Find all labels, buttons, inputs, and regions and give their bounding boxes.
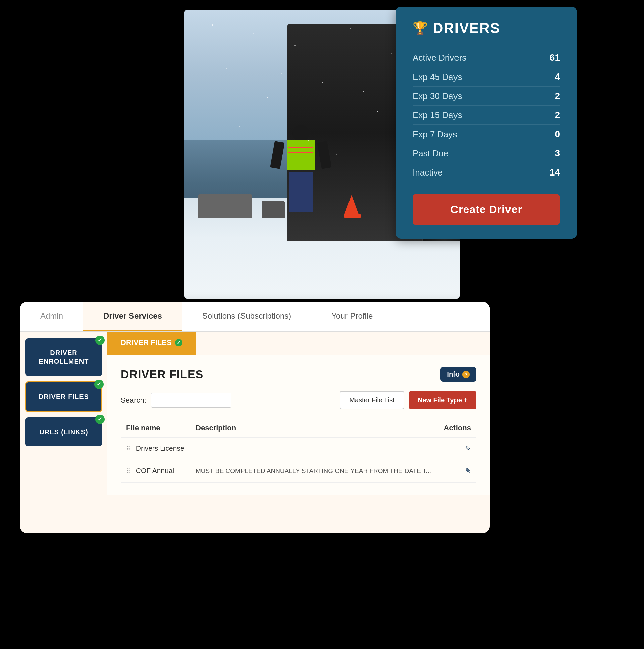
search-label: Search: xyxy=(121,396,146,405)
driver-files-check-dot: ✓ xyxy=(175,339,182,346)
drivers-stats: Active Drivers 61 Exp 45 Days 4 Exp 30 D… xyxy=(413,48,560,182)
table-row: ⠿ COF Annual MUST BE COMPLETED ANNUALLY … xyxy=(121,460,476,483)
stat-label-exp30: Exp 30 Days xyxy=(413,91,462,101)
tab-admin[interactable]: Admin xyxy=(20,302,83,331)
stat-exp7: Exp 7 Days 0 xyxy=(413,125,560,144)
stat-value-exp7: 0 xyxy=(555,129,560,140)
description-cell: MUST BE COMPLETED ANNUALLY STARTING ONE … xyxy=(190,460,438,483)
info-button[interactable]: Info ? xyxy=(441,367,476,382)
search-group: Search: xyxy=(121,393,231,408)
file-name-cell: ⠿ COF Annual xyxy=(121,460,190,483)
col-file-name: File name xyxy=(121,419,190,437)
stat-label-exp45: Exp 45 Days xyxy=(413,72,462,82)
stat-past-due: Past Due 3 xyxy=(413,144,560,163)
actions-cell: ✎ xyxy=(438,437,476,460)
stat-label-active: Active Drivers xyxy=(413,53,466,63)
file-table: File name Description Actions ⠿ Drivers … xyxy=(121,419,476,483)
drag-handle-icon[interactable]: ⠿ xyxy=(126,468,131,475)
sub-tab-driver-files[interactable]: DRIVER FILES ✓ xyxy=(107,332,196,355)
stat-active-drivers: Active Drivers 61 xyxy=(413,48,560,68)
drag-handle-icon[interactable]: ⠿ xyxy=(126,445,131,452)
sidebar-item-driver-files[interactable]: ✓ DRIVER FILES xyxy=(26,381,102,412)
urls-check-badge: ✓ xyxy=(95,415,105,424)
content-area: DRIVER FILES ✓ DRIVER FILES Info ? Searc… xyxy=(107,332,490,533)
stat-exp45: Exp 45 Days 4 xyxy=(413,68,560,87)
main-content: ✓ DRIVERENROLLMENT ✓ DRIVER FILES ✓ URLS… xyxy=(20,332,490,533)
table-row: ⠿ Drivers License ✎ xyxy=(121,437,476,460)
drivers-card-title: DRIVERS xyxy=(433,20,500,36)
description-cell xyxy=(190,437,438,460)
enrollment-check-badge: ✓ xyxy=(95,336,105,345)
person-figure xyxy=(281,125,321,212)
sidebar: ✓ DRIVERENROLLMENT ✓ DRIVER FILES ✓ URLS… xyxy=(20,332,107,533)
master-file-list-button[interactable]: Master File List xyxy=(340,391,404,409)
drivers-icon: 🏆 xyxy=(413,21,428,35)
search-row: Search: Master File List New File Type + xyxy=(121,391,476,409)
background-truck xyxy=(198,184,265,218)
stat-exp15: Exp 15 Days 2 xyxy=(413,106,560,125)
file-name-text: Drivers License xyxy=(136,444,184,452)
edit-icon[interactable]: ✎ xyxy=(465,467,471,475)
files-check-badge: ✓ xyxy=(94,380,104,389)
table-body: ⠿ Drivers License ✎ xyxy=(121,437,476,483)
new-file-type-button[interactable]: New File Type + xyxy=(409,391,476,409)
files-panel: DRIVER FILES Info ? Search: Master File … xyxy=(107,355,490,494)
table-header-row: File name Description Actions xyxy=(121,419,476,437)
file-name-text: COF Annual xyxy=(136,467,174,475)
drivers-card: 🏆 DRIVERS Active Drivers 61 Exp 45 Days … xyxy=(396,7,577,239)
stat-value-exp15: 2 xyxy=(555,110,560,121)
stat-label-exp15: Exp 15 Days xyxy=(413,110,462,121)
files-panel-header: DRIVER FILES Info ? xyxy=(121,367,476,382)
info-dot-icon: ? xyxy=(462,371,470,378)
description-text: MUST BE COMPLETED ANNUALLY STARTING ONE … xyxy=(195,468,431,475)
tab-solutions[interactable]: Solutions (Subscriptions) xyxy=(182,302,311,331)
col-actions: Actions xyxy=(438,419,476,437)
button-group: Master File List New File Type + xyxy=(340,391,476,409)
search-input[interactable] xyxy=(151,393,231,408)
sub-tabs: DRIVER FILES ✓ xyxy=(107,332,490,355)
stat-value-active: 61 xyxy=(550,52,560,63)
stat-value-exp45: 4 xyxy=(555,72,560,82)
edit-icon[interactable]: ✎ xyxy=(465,444,471,453)
file-name-cell: ⠿ Drivers License xyxy=(121,437,190,460)
actions-cell: ✎ xyxy=(438,460,476,483)
stat-value-inactive: 14 xyxy=(550,167,560,178)
nav-tabs: Admin Driver Services Solutions (Subscri… xyxy=(20,302,490,332)
stat-exp30: Exp 30 Days 2 xyxy=(413,87,560,106)
drivers-card-header: 🏆 DRIVERS xyxy=(413,20,560,36)
create-driver-button[interactable]: Create Driver xyxy=(413,194,560,225)
sidebar-item-driver-enrollment[interactable]: ✓ DRIVERENROLLMENT xyxy=(26,338,102,376)
info-button-label: Info xyxy=(447,371,460,378)
stat-value-past-due: 3 xyxy=(555,148,560,159)
tab-your-profile[interactable]: Your Profile xyxy=(311,302,393,331)
col-description: Description xyxy=(190,419,438,437)
stat-label-past-due: Past Due xyxy=(413,148,449,159)
files-panel-title: DRIVER FILES xyxy=(121,368,203,381)
management-panel: Admin Driver Services Solutions (Subscri… xyxy=(20,302,490,533)
tab-driver-services[interactable]: Driver Services xyxy=(83,302,182,331)
sidebar-item-urls-links[interactable]: ✓ URLS (LINKS) xyxy=(26,418,102,446)
stat-value-exp30: 2 xyxy=(555,91,560,101)
stat-label-exp7: Exp 7 Days xyxy=(413,129,457,140)
traffic-cone xyxy=(344,195,361,218)
stat-inactive: Inactive 14 xyxy=(413,163,560,182)
stat-label-inactive: Inactive xyxy=(413,167,443,178)
table-header: File name Description Actions xyxy=(121,419,476,437)
